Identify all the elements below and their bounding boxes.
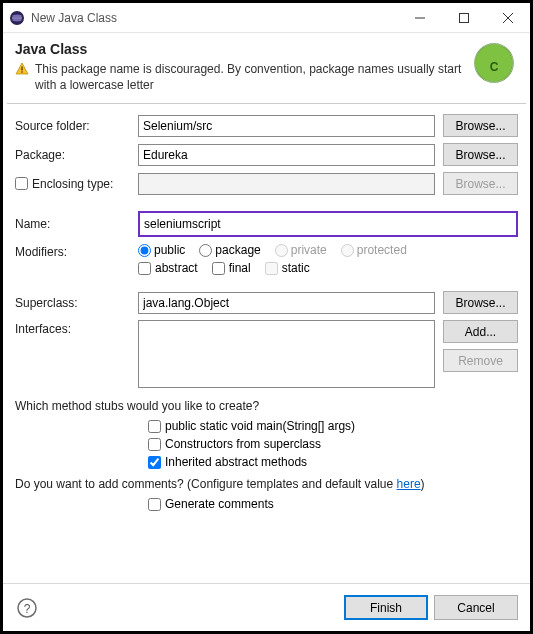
maximize-button[interactable]	[442, 3, 486, 32]
interfaces-add-button[interactable]: Add...	[443, 320, 518, 343]
svg-rect-3	[21, 67, 22, 71]
stubs-question: Which method stubs would you like to cre…	[15, 399, 518, 413]
warning-icon	[15, 62, 29, 79]
enclosingtype-checkbox[interactable]	[15, 177, 28, 190]
modifier-abstract-checkbox[interactable]	[138, 262, 151, 275]
stub-constructors-checkbox[interactable]	[148, 438, 161, 451]
dialog-window: New Java Class Java Class This package n…	[0, 0, 533, 634]
warning-text: This package name is discouraged. By con…	[35, 61, 470, 93]
svg-rect-4	[21, 71, 22, 72]
svg-rect-2	[460, 13, 469, 22]
stub-main-checkbox[interactable]	[148, 420, 161, 433]
comments-question: Do you want to add comments? (Configure …	[15, 477, 518, 491]
modifier-protected-radio	[341, 244, 354, 257]
package-browse-button[interactable]: Browse...	[443, 143, 518, 166]
modifier-public-radio[interactable]	[138, 244, 151, 257]
enclosingtype-label: Enclosing type:	[32, 177, 113, 191]
generate-comments-checkbox[interactable]	[148, 498, 161, 511]
sourcefolder-browse-button[interactable]: Browse...	[443, 114, 518, 137]
stub-inherited-checkbox[interactable]	[148, 456, 161, 469]
dialog-header: Java Class This package name is discoura…	[3, 33, 530, 103]
sourcefolder-input[interactable]	[138, 115, 435, 137]
package-label: Package:	[15, 148, 130, 162]
superclass-browse-button[interactable]: Browse...	[443, 291, 518, 314]
enclosingtype-input	[138, 173, 435, 195]
sourcefolder-label: Source folder:	[15, 119, 130, 133]
modifier-private-radio	[275, 244, 288, 257]
svg-text:C: C	[490, 60, 499, 74]
titlebar: New Java Class	[3, 3, 530, 33]
superclass-label: Superclass:	[15, 296, 130, 310]
superclass-input[interactable]	[138, 292, 435, 314]
close-button[interactable]	[486, 3, 530, 32]
page-title: Java Class	[15, 41, 470, 57]
window-title: New Java Class	[31, 11, 398, 25]
eclipse-icon	[9, 10, 25, 26]
configure-templates-link[interactable]: here	[397, 477, 421, 491]
modifier-package-radio[interactable]	[199, 244, 212, 257]
modifier-final-checkbox[interactable]	[212, 262, 225, 275]
interfaces-label: Interfaces:	[15, 320, 130, 336]
interfaces-list[interactable]	[138, 320, 435, 388]
dialog-body: Source folder: Browse... Package: Browse…	[3, 104, 530, 583]
class-icon: C	[472, 41, 516, 88]
enclosingtype-browse-button: Browse...	[443, 172, 518, 195]
modifiers-label: Modifiers:	[15, 243, 130, 259]
dialog-footer: ? Finish Cancel	[3, 583, 530, 631]
modifier-static-checkbox	[265, 262, 278, 275]
help-button[interactable]: ?	[15, 596, 39, 620]
cancel-button[interactable]: Cancel	[434, 595, 518, 620]
minimize-button[interactable]	[398, 3, 442, 32]
svg-text:?: ?	[24, 602, 31, 616]
name-label: Name:	[15, 217, 130, 231]
finish-button[interactable]: Finish	[344, 595, 428, 620]
interfaces-remove-button: Remove	[443, 349, 518, 372]
name-input[interactable]	[138, 211, 518, 237]
package-input[interactable]	[138, 144, 435, 166]
